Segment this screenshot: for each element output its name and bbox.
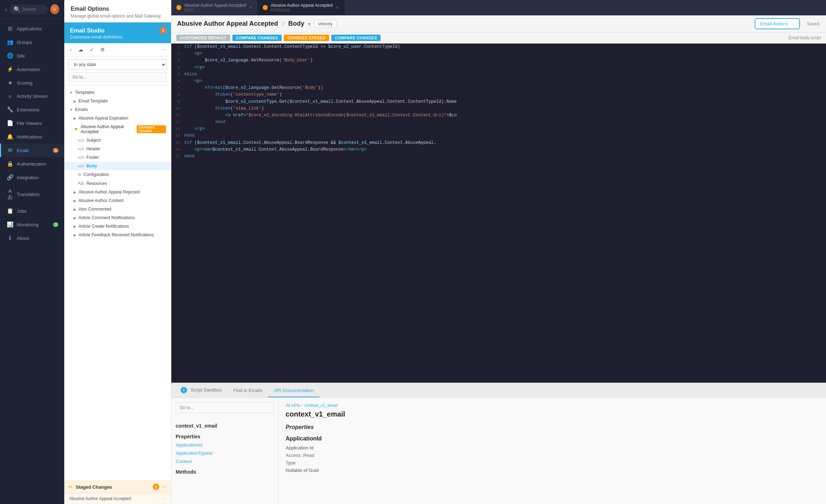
sidebar-item-notifications[interactable]: 🔔 Notifications — [0, 130, 64, 143]
sidebar-nav: ⊞ Applications 👥 Groups 🌐 Site ⚡ Automat… — [0, 19, 64, 504]
groups-icon: 👥 — [7, 39, 13, 45]
sidebar-item-translation[interactable]: Aあ Translation — [0, 184, 64, 204]
saved-text: Saved. — [807, 21, 820, 26]
code-line-6: 6 <p> — [171, 78, 826, 85]
sidebar-item-groups[interactable]: 👥 Groups — [0, 35, 64, 49]
tab-api-documentation[interactable]: API Documentation — [268, 384, 319, 397]
breadcrumb-all-apis[interactable]: All APIs — [286, 403, 300, 408]
toolbar-more-btn[interactable]: ··· — [162, 46, 167, 53]
staged-more-btn[interactable]: ··· — [162, 484, 167, 490]
sidebar-item-integration[interactable]: 🔗 Integration — [0, 171, 64, 184]
sidebar-item-label: Site — [17, 53, 25, 59]
toolbar-settings-btn[interactable]: ⚙ — [99, 46, 106, 53]
tag-compare-changes-1[interactable]: COMPARE CHANGES — [232, 35, 282, 41]
toolbar-back-btn[interactable]: ‹ — [69, 46, 73, 53]
tree-panel: ▼ Templates ▶ Email Template ▼ Emails ▶ … — [64, 85, 171, 480]
tab-close-btn[interactable]: ✕ — [336, 5, 339, 10]
sidebar-item-label: Integration — [17, 175, 39, 180]
sidebar-item-site[interactable]: 🌐 Site — [0, 49, 64, 62]
sidebar-search-box[interactable]: 🔍 — [10, 5, 47, 14]
api-link-applicationid[interactable]: ApplicationId — [176, 442, 274, 448]
tag-customized-default[interactable]: CUSTOMIZED DEFAULT — [176, 35, 230, 41]
tab-find-in-emails[interactable]: Find in Emails — [228, 384, 268, 397]
api-link-context[interactable]: Context — [176, 459, 274, 464]
tree-item-email-template[interactable]: ▶ Email Template — [64, 97, 171, 105]
sidebar-item-applications[interactable]: ⊞ Applications — [0, 22, 64, 35]
tab-overview[interactable]: Abusive Author Appeal Accepted OVERVIEW … — [258, 0, 344, 15]
sidebar: ‹ 🔍 U ⊞ Applications 👥 Groups 🌐 Site ⚡ A… — [0, 0, 64, 504]
sidebar-item-email[interactable]: ✉ Email 1 — [0, 143, 64, 157]
authentication-icon: 🔒 — [7, 161, 13, 167]
sidebar-item-label: Translation — [17, 192, 40, 197]
tab-title: Abusive Author Appeal Accepted — [184, 3, 246, 8]
sidebar-item-jobs[interactable]: 📋 Jobs — [0, 204, 64, 218]
tree-item-header[interactable]: </> Header — [64, 145, 171, 153]
search-input[interactable] — [22, 7, 44, 12]
tree-item-subject[interactable]: </> Subject — [64, 136, 171, 145]
code-line-12: 12 #end — [171, 119, 826, 126]
tree-item-also-commented[interactable]: ▶ Also Commented — [64, 205, 171, 213]
email-studio-header: Email Studio Customize email definitions… — [64, 22, 171, 43]
tag-compare-changes-2[interactable]: COMPARE CHANGES — [331, 35, 381, 41]
tree-item-abusive-appeal-expiration[interactable]: ▶ Abusive Appeal Expiration — [64, 114, 171, 122]
api-link-applicationtypeid[interactable]: ApplicationTypeId — [176, 450, 274, 456]
expand-arrow: ▶ — [74, 116, 76, 120]
tree-item-article-create-notifications[interactable]: ▶ Article Create Notifications — [64, 222, 171, 231]
sidebar-item-file-viewers[interactable]: 📄 File Viewers — [0, 116, 64, 130]
staged-file-more[interactable]: ··· — [162, 496, 166, 501]
sidebar-item-monitoring[interactable]: 📊 Monitoring 3 — [0, 218, 64, 231]
tree-item-resources[interactable]: Aあ Resources — [64, 179, 171, 188]
property-description: Application Id — [286, 444, 819, 452]
code-line-3: 3 $core_v2_language.GetResource('Body_Us… — [171, 57, 826, 64]
body-script-label: Email body script — [789, 35, 821, 40]
api-goto-input[interactable] — [176, 402, 274, 413]
velocity-badge[interactable]: Velocity — [314, 20, 337, 28]
sidebar-item-authentication[interactable]: 🔒 Authentication — [0, 157, 64, 171]
expand-arrow: ▶ — [74, 199, 76, 203]
sidebar-item-about[interactable]: ℹ About — [0, 231, 64, 245]
tree-item-configuration[interactable]: ⚙ Configuration — [64, 170, 171, 179]
sidebar-item-scoring[interactable]: ★ Scoring — [0, 76, 64, 90]
tree-label: Email Template — [79, 99, 108, 104]
code-line-15: 15 #if ($context_v1_email.Context.AbuseA… — [171, 140, 826, 146]
tab-body[interactable]: Abusive Author Appeal Accepted BODY ✕ — [171, 0, 258, 15]
tab-script-sandbox[interactable]: ✦ Script Sandbox — [175, 383, 228, 398]
email-actions-button[interactable]: Email Actions ··· — [755, 18, 800, 29]
state-filter-select[interactable]: In any state Customized Staged Default — [69, 59, 167, 70]
back-button[interactable]: ‹ — [5, 6, 7, 13]
section-chevron[interactable]: ▾ — [308, 21, 311, 27]
goto-input[interactable] — [69, 72, 167, 82]
tree-item-footer[interactable]: </> Footer — [64, 153, 171, 162]
tag-changes-staged[interactable]: CHANGES STAGED — [284, 35, 329, 41]
changes-staged-badge: CHANGES STAGED — [137, 125, 166, 133]
tab-close-btn[interactable]: ✕ — [249, 5, 252, 10]
sidebar-item-label: Scoring — [17, 80, 32, 86]
code-editor[interactable]: 1 #if ($context_v1_email.Context.Content… — [171, 44, 826, 383]
toolbar-check-btn[interactable]: ✓ — [88, 46, 95, 53]
sidebar-item-automation[interactable]: ⚡ Automation — [0, 62, 64, 76]
api-properties-label: Properties — [176, 434, 274, 439]
tree-item-templates[interactable]: ▼ Templates — [64, 88, 171, 97]
staged-file-name: Abusive Author Appeal Accepted — [69, 496, 131, 501]
tree-label: Subject — [86, 138, 101, 143]
tree-label: Footer — [86, 155, 99, 160]
tree-item-abusive-author-rejected[interactable]: ▶ Abusive Author Appeal Rejected — [64, 188, 171, 196]
sidebar-item-label: Activity Stream — [17, 94, 48, 99]
tree-item-abusive-author-content[interactable]: ▶ Abusive Author Content — [64, 196, 171, 205]
breadcrumb-current[interactable]: context_v1_email — [304, 403, 338, 408]
sidebar-item-label: Jobs — [17, 208, 26, 214]
tree-item-abusive-author-appeal-accepted[interactable]: ▼ Abusive Author Appeal Accepted CHANGES… — [64, 122, 171, 136]
api-main-section: context_v1_email Properties ApplicationI… — [176, 423, 274, 475]
tree-item-body[interactable]: </> Body — [64, 162, 171, 170]
sidebar-item-activity-stream[interactable]: ≈ Activity Stream — [0, 90, 64, 103]
api-doc-right: All APIs / context_v1_email context_v1_e… — [278, 398, 826, 504]
expand-arrow: ▼ — [69, 91, 73, 95]
toolbar-upload-btn[interactable]: ☁ — [77, 46, 85, 53]
code-line-4: 4 </p> — [171, 64, 826, 71]
tree-item-article-comment-notifications[interactable]: ▶ Article Comment Notifications — [64, 213, 171, 222]
tree-label: Header — [86, 146, 100, 151]
tree-item-emails[interactable]: ▼ Emails — [64, 105, 171, 114]
gear-icon: ⚙ — [78, 172, 81, 177]
tree-item-article-feedback[interactable]: ▶ Article Feedback Received Notification… — [64, 231, 171, 239]
sidebar-item-extensions[interactable]: 🔧 Extensions — [0, 103, 64, 116]
